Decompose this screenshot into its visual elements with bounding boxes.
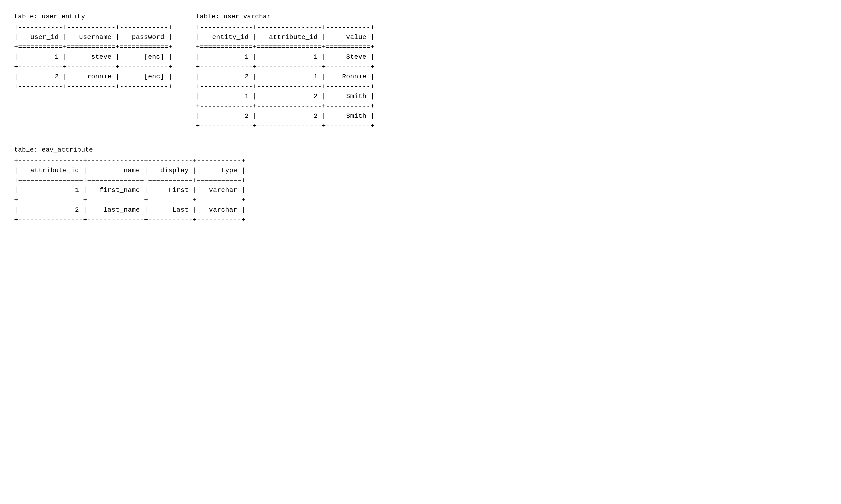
table-title: table: eav_attribute xyxy=(14,145,246,155)
table-body: +-------------+----------------+--------… xyxy=(196,22,375,131)
table-body: +----------------+--------------+-------… xyxy=(14,156,246,225)
table-eav-attribute: table: eav_attribute +----------------+-… xyxy=(14,145,246,225)
table-title: table: user_varchar xyxy=(196,12,375,22)
table-user-varchar: table: user_varchar +-------------+-----… xyxy=(196,12,375,131)
table-body: +-----------+------------+------------+ … xyxy=(14,22,173,91)
table-title: table: user_entity xyxy=(14,12,173,22)
table-user-entity: table: user_entity +-----------+--------… xyxy=(14,12,173,91)
